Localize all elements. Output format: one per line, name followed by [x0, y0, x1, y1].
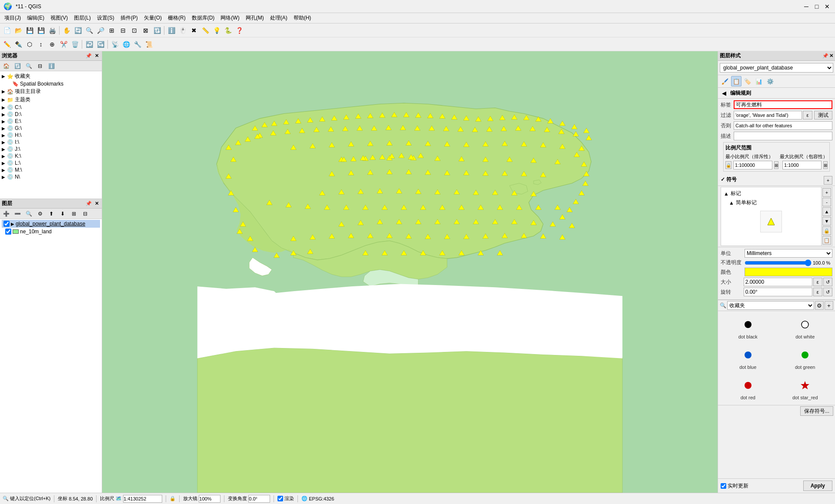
label-field-input[interactable] [734, 100, 832, 109]
select-button[interactable]: 🖱️ [177, 25, 188, 36]
rotation-reset-button[interactable]: ↺ [823, 288, 832, 296]
symbol-tree-marker[interactable]: ▲ 标记 [723, 189, 819, 198]
browser-item-j[interactable]: ▶ 💿 J:\ [1, 146, 101, 153]
layer-visibility-checkbox[interactable] [3, 221, 10, 227]
minimize-button[interactable]: ─ [802, 2, 811, 11]
menu-web[interactable]: 网络(W) [218, 13, 242, 23]
realtime-update-checkbox[interactable]: 实时更新 [721, 482, 748, 490]
layer-properties-button[interactable]: ⚙ [35, 209, 45, 219]
zoom-in-button[interactable]: 🔍 [84, 25, 94, 36]
browser-close-button[interactable]: ✕ [93, 53, 100, 60]
delete-button[interactable]: 🗑️ [70, 39, 80, 50]
sym-dot-green[interactable]: dot green [777, 343, 834, 373]
undo-button[interactable]: ↩️ [84, 39, 94, 50]
library-folder-select[interactable]: 收藏夹 [727, 301, 814, 310]
gps-button[interactable]: 📡 [110, 39, 120, 50]
menu-settings[interactable]: 设置(S) [94, 13, 117, 23]
menu-raster[interactable]: 栅格(R) [165, 13, 188, 23]
save-symbol-button[interactable]: 保存符号... [800, 406, 833, 416]
filter-field-input[interactable] [734, 111, 802, 119]
browser-properties-button[interactable]: ℹ️ [46, 61, 57, 71]
layer-visibility-checkbox[interactable] [5, 229, 11, 235]
tab-rule-based[interactable]: 📋 [731, 76, 741, 86]
size-expr-button[interactable]: ε [813, 278, 822, 286]
browser-item-g[interactable]: ▶ 💿 G:\ [1, 125, 101, 132]
max-scale-set-button[interactable]: ⊞ [823, 161, 828, 169]
browser-item-k[interactable]: ▶ 💿 K:\ [1, 153, 101, 159]
python-button[interactable]: 🐍 [223, 25, 233, 36]
wms-button[interactable]: 🌐 [121, 39, 131, 50]
filter-layer-button[interactable]: 🔍 [23, 209, 34, 219]
tips-button[interactable]: 💡 [211, 25, 222, 36]
remove-layer-button[interactable]: ➖ [12, 209, 23, 219]
expand-all-button[interactable]: ⊞ [69, 209, 79, 219]
reshape-button[interactable]: ↕ [36, 39, 46, 50]
browser-item-i[interactable]: ▶ 💿 I:\ [1, 139, 101, 146]
symbol-add-button[interactable]: + [822, 188, 831, 197]
min-scale-input[interactable] [733, 161, 772, 169]
size-reset-button[interactable]: ↺ [823, 278, 832, 286]
max-scale-input[interactable] [782, 161, 822, 169]
symbol-down-button[interactable]: ▼ [822, 217, 831, 225]
symbol-remove-button[interactable]: - [822, 198, 831, 206]
sym-dot-white[interactable]: dot white [777, 313, 834, 342]
print-button[interactable]: 🖨️ [47, 25, 57, 36]
epsilon-button[interactable]: ε [803, 111, 812, 119]
menu-project[interactable]: 项目(J) [2, 13, 23, 23]
browser-pin-button[interactable]: 📌 [85, 53, 92, 60]
rotation-input[interactable] [744, 288, 812, 296]
redo-button[interactable]: ↪️ [95, 39, 106, 50]
measure-button[interactable]: 📏 [200, 25, 210, 36]
rotation-input[interactable] [248, 495, 270, 503]
refresh-button[interactable]: 🔃 [152, 25, 162, 36]
symbol-up-button[interactable]: ▲ [822, 207, 831, 216]
sym-dot-star-red[interactable]: dot star_red [777, 374, 834, 403]
realtime-checkbox[interactable] [721, 483, 726, 489]
save-as-button[interactable]: 💾 [36, 25, 46, 36]
test-filter-button[interactable]: 测试 [814, 111, 832, 119]
browser-item-n[interactable]: ▶ 💿 N\ [1, 173, 101, 180]
tab-fields[interactable]: 📊 [754, 76, 764, 86]
menu-database[interactable]: 数据库(D) [189, 13, 217, 23]
help-button[interactable]: ❓ [234, 25, 244, 36]
tab-rendering[interactable]: ⚙️ [765, 76, 775, 86]
zoom-out-button[interactable]: 🔎 [95, 25, 106, 36]
color-swatch[interactable] [745, 268, 832, 276]
browser-item-d[interactable]: ▶ 💿 D:\ [1, 111, 101, 118]
menu-view[interactable]: 视图(V) [48, 13, 70, 23]
digitize-button[interactable]: ✏️ [2, 39, 12, 50]
menu-processing[interactable]: 处理(A) [267, 13, 290, 23]
layer-item-land[interactable]: ne_10m_land [2, 228, 100, 235]
move-layer-down-button[interactable]: ⬇ [57, 209, 68, 219]
else-field-input[interactable] [734, 121, 832, 130]
menu-plugins[interactable]: 插件(P) [118, 13, 140, 23]
menu-mesh[interactable]: 网孔(M) [243, 13, 267, 23]
styling-pin-button[interactable]: 📌 [822, 53, 828, 59]
tab-single-symbol[interactable]: 🖌️ [720, 76, 730, 86]
apply-button[interactable]: Apply [803, 481, 832, 491]
library-settings-button[interactable]: ⚙ [815, 301, 824, 310]
min-scale-lock-button[interactable]: 🔒 [725, 161, 731, 169]
zoom-layer-button[interactable]: ⊟ [118, 25, 128, 36]
library-add-button[interactable]: + [825, 301, 833, 310]
node-tool-button[interactable]: ⬡ [24, 39, 35, 50]
magnifier-input[interactable] [199, 495, 220, 503]
rotation-expr-button[interactable]: ε [813, 288, 822, 296]
opacity-slider[interactable] [745, 259, 812, 266]
nav-back-button[interactable]: ◀ [720, 89, 728, 97]
script-button[interactable]: 📜 [144, 39, 154, 50]
zoom-previous-button[interactable]: ⊠ [140, 25, 151, 36]
browser-item-project-home[interactable]: ▶ 🏠 项目主目录 [1, 87, 101, 96]
close-button[interactable]: ✕ [823, 2, 832, 11]
zoom-full-button[interactable]: ⊞ [107, 25, 117, 36]
browser-item-h[interactable]: ▶ 💿 H:\ [1, 132, 101, 139]
menu-edit[interactable]: 编辑(E) [24, 13, 47, 23]
add-symbol-button[interactable]: + [824, 176, 832, 185]
scale-input[interactable] [123, 495, 162, 503]
lock-icon[interactable]: 🔒 [170, 496, 176, 501]
maximize-button[interactable]: □ [812, 2, 821, 11]
layer-selector-dropdown[interactable]: global_power_plant_database [720, 63, 833, 73]
collapse-all-button[interactable]: ⊟ [80, 209, 90, 219]
sym-dot-blue[interactable]: dot blue [720, 343, 776, 373]
pan-map-button[interactable]: 🔄 [73, 25, 83, 36]
